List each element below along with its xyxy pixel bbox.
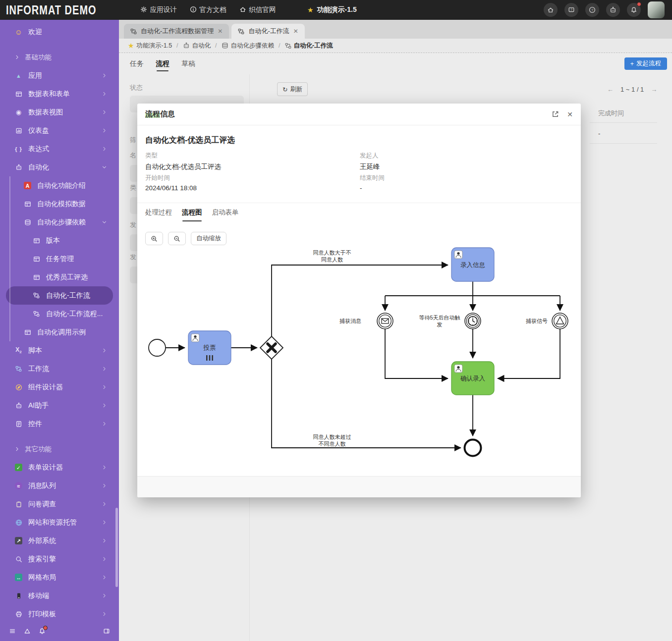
sidebar-item-label: 其它功能 (25, 445, 52, 454)
field-label-end-time: 结束时间 (360, 174, 385, 182)
home-button[interactable] (544, 3, 558, 17)
sidebar-item-组件设计器[interactable]: 组件设计器 (6, 378, 113, 396)
chevron-right-icon (102, 403, 107, 408)
refresh-button[interactable]: ↻ 刷新 (277, 82, 308, 96)
auto-zoom-button[interactable]: 自动缩放 (191, 232, 226, 245)
message-catch-event[interactable] (377, 313, 393, 329)
list-divider (590, 143, 657, 144)
next-page-icon[interactable]: → (651, 86, 657, 93)
sidebar-item-任务管理[interactable]: 任务管理 (6, 250, 113, 268)
sidebar-item-自动化-工作流程...[interactable]: 自动化-工作流程... (6, 305, 113, 323)
sidebar-item-label: 自动化调用示例 (37, 328, 86, 337)
zoom-in-button[interactable] (145, 232, 163, 245)
sidebar-item-控件[interactable]: 控件 (6, 415, 113, 433)
approve-label-line1: 同意人数大于不 (313, 250, 351, 256)
sidebar-item-label: 版本 (46, 236, 60, 245)
subtab-草稿[interactable]: 草稿 (181, 53, 195, 74)
sidebar-item-自动化[interactable]: 自动化 (6, 158, 113, 176)
header-nav-1[interactable]: 官方文档 (190, 5, 226, 14)
close-tab-icon[interactable]: ✕ (293, 28, 298, 35)
sidebar-item-网格布局[interactable]: ↔网格布局 (6, 568, 113, 587)
sidebar-item-问卷调查[interactable]: 问卷调查 (6, 495, 113, 513)
header-nav-2[interactable]: 织信官网 (239, 5, 276, 14)
sidebar-item-label: AI助手 (28, 401, 49, 410)
sidebar-item-外部系统[interactable]: ↗外部系统 (6, 532, 113, 550)
sidebar-item-自动化调用示例[interactable]: 自动化调用示例 (6, 323, 113, 341)
sidebar-item-优秀员工评选[interactable]: 优秀员工评选 (6, 268, 113, 286)
zoom-out-button[interactable] (168, 232, 186, 245)
sidebar-item-自动化模拟数据[interactable]: 自动化模拟数据 (6, 195, 113, 213)
start-event[interactable] (149, 339, 166, 356)
filter-label-partial-3: 类 (130, 183, 136, 192)
modal-tab-处理过程[interactable]: 处理过程 (145, 203, 172, 221)
sidebar-item-搜索引擎[interactable]: 搜索引擎 (6, 550, 113, 568)
bell-icon[interactable] (39, 628, 46, 635)
sidebar-item-网站和资源托管[interactable]: 网站和资源托管 (6, 513, 113, 532)
notifications-button[interactable] (627, 3, 641, 17)
modal-tabs: 处理过程流程图启动表单 (137, 203, 581, 221)
subtab-流程[interactable]: 流程 (156, 53, 169, 74)
window-tab-0[interactable]: 自动化-工作流程数据管理 ✕ (124, 24, 229, 39)
sidebar-item-消息队列[interactable]: ≈消息队列 (6, 477, 113, 495)
breadcrumb: ★功能演示-1.5/自动化/自动化步骤依赖/自动化-工作流 (119, 39, 672, 53)
record-task[interactable]: 录入信息 (451, 248, 494, 281)
robot-icon (14, 402, 23, 409)
subtab-任务[interactable]: 任务 (130, 53, 144, 74)
prev-page-icon[interactable]: ← (607, 86, 614, 93)
sidebar-item-移动端[interactable]: 移动端 (6, 587, 113, 605)
window-tab-1[interactable]: 自动化-工作流 ✕ (231, 24, 304, 39)
start-process-button[interactable]: + 发起流程 (624, 57, 667, 70)
sidebar-item-欢迎[interactable]: ☺欢迎 (6, 23, 113, 41)
sidebar-scrollbar[interactable] (115, 508, 118, 587)
chevron-right-icon (102, 91, 107, 97)
triangle-icon[interactable] (24, 628, 31, 635)
header-nav-0[interactable]: 应用设计 (140, 5, 177, 14)
sidebar-item-数据表视图[interactable]: ◉数据表视图 (6, 103, 113, 121)
sidebar-item-应用[interactable]: ▲应用 (6, 66, 113, 85)
list-icon[interactable] (9, 628, 16, 635)
close-icon[interactable]: ✕ (567, 110, 573, 118)
panel-icon[interactable] (103, 628, 110, 635)
sidebar-item-自动化步骤依赖[interactable]: 自动化步骤依赖 (6, 213, 113, 231)
modal-tab-启动表单[interactable]: 启动表单 (212, 203, 239, 221)
sidebar-item-仪表盘[interactable]: 仪表盘 (6, 121, 113, 140)
breadcrumb-item-3[interactable]: 自动化-工作流 (285, 42, 333, 50)
filter-label-partial-5: 发 (130, 253, 136, 262)
close-tab-icon[interactable]: ✕ (218, 28, 223, 35)
filter-status-label: 状态 (130, 83, 143, 92)
feedback-button[interactable]: ? (564, 3, 578, 17)
breadcrumb-item-0[interactable]: ★功能演示-1.5 (128, 42, 172, 50)
sidebar-item-数据表和表单[interactable]: 数据表和表单 (6, 85, 113, 103)
field-value-type: 自动化文档-优选员工评选 (145, 162, 221, 171)
sidebar-item-脚本[interactable]: X2脚本 (6, 341, 113, 360)
signal-catch-event[interactable] (552, 313, 568, 329)
sidebar-item-自动化功能介绍[interactable]: A自动化功能介绍 (6, 176, 113, 195)
workspace-title[interactable]: ★功能演示-1.5 (307, 5, 357, 14)
letter-a-icon: A (23, 182, 32, 189)
breadcrumb-item-1[interactable]: 自动化 (183, 42, 211, 50)
help-button[interactable]: ? (585, 3, 599, 17)
timer-event[interactable] (465, 313, 481, 329)
vote-task[interactable]: 投票 (188, 331, 231, 365)
diagram-toolbar: 自动缩放 (145, 232, 226, 245)
assistant-button[interactable] (606, 3, 620, 17)
open-in-new-icon[interactable] (552, 110, 559, 118)
exclusive-gateway[interactable] (260, 336, 283, 359)
sidebar-item-打印模板[interactable]: 打印模板 (6, 605, 113, 621)
sidebar-item-基础功能[interactable]: 基础功能 (6, 48, 113, 66)
sidebar-item-版本[interactable]: 版本 (6, 231, 113, 250)
modal-tab-流程图[interactable]: 流程图 (182, 203, 202, 221)
sidebar-item-工作流[interactable]: 工作流 (6, 360, 113, 378)
sidebar-item-自动化-工作流[interactable]: 自动化-工作流 (6, 286, 113, 305)
breadcrumb-item-2[interactable]: 自动化步骤依赖 (222, 42, 275, 50)
external-icon: ↗ (14, 537, 23, 544)
user-avatar[interactable] (648, 1, 665, 18)
chevron-right-icon (102, 611, 107, 617)
table-icon (23, 329, 32, 336)
sidebar-item-AI助手[interactable]: AI助手 (6, 396, 113, 415)
sidebar-item-表单设计器[interactable]: ✓表单设计器 (6, 458, 113, 477)
confirm-task[interactable]: 确认录入 (451, 362, 494, 395)
sidebar-item-表达式[interactable]: { }表达式 (6, 140, 113, 158)
end-event[interactable] (465, 440, 481, 456)
sidebar-item-其它功能[interactable]: 其它功能 (6, 440, 113, 458)
